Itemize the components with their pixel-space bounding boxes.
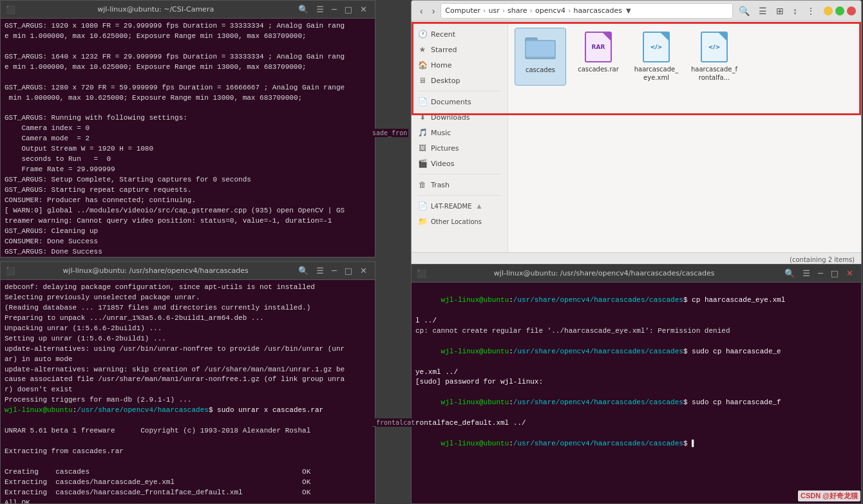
sidebar-label-desktop: Desktop xyxy=(431,77,460,85)
breadcrumb-opencv4[interactable]: opencv4 xyxy=(535,6,565,15)
term-line: wjl-linux@ubuntu:/usr/share/opencv4/haar… xyxy=(415,387,857,418)
terminal-br-body: wjl-linux@ubuntu:/usr/share/opencv4/haar… xyxy=(412,283,861,503)
terminal-icon: ⬛ xyxy=(6,266,15,275)
breadcrumb-dropdown-icon[interactable]: ▼ xyxy=(626,7,631,14)
csdn-watermark: CSDN @好奇龙猫 xyxy=(798,490,860,501)
terminal-top-left[interactable]: ⬛ wjl-linux@ubuntu: ~/CSI-Camera 🔍 ☰ ─ □… xyxy=(0,0,375,257)
breadcrumb-share[interactable]: share xyxy=(507,6,527,15)
back-button[interactable]: ‹ xyxy=(417,5,426,17)
breadcrumb-computer[interactable]: Computer xyxy=(445,6,480,15)
sidebar-divider xyxy=(418,91,501,91)
terminal-tl-titlebar: ⬛ wjl-linux@ubuntu: ~/CSI-Camera 🔍 ☰ ─ □… xyxy=(1,1,375,19)
view-options-button[interactable]: ⊞ xyxy=(773,5,787,17)
pictures-icon: 🖼 xyxy=(418,144,427,153)
sidebar-label-home: Home xyxy=(431,61,451,70)
menu-icon[interactable]: ☰ xyxy=(314,265,327,277)
sidebar-divider xyxy=(418,174,501,174)
file-manager: ‹ › Computer › usr › share › opencv4 › h… xyxy=(411,0,862,267)
file-name-frontal-xml: haarcascade_frontalfa... xyxy=(691,65,737,82)
term-line: rontalface_default.xml ../ xyxy=(415,418,857,429)
minimize-icon[interactable]: ─ xyxy=(329,265,339,277)
forward-button[interactable]: › xyxy=(429,5,439,17)
terminal-tl-title: wjl-linux@ubuntu: ~/CSI-Camera xyxy=(15,5,296,14)
close-icon[interactable]: ✕ xyxy=(357,265,370,277)
terminal-bl-title: wjl-linux@ubuntu: /usr/share/opencv4/haa… xyxy=(15,266,296,275)
search-icon[interactable]: 🔍 xyxy=(782,267,797,279)
file-item-cascades[interactable]: cascades xyxy=(515,28,566,86)
sidebar-item-music[interactable]: 🎵 Music xyxy=(412,125,507,140)
downloads-icon: ⬇ xyxy=(418,113,427,122)
file-item-eye-xml[interactable]: </> haarcascade_eye.xml xyxy=(631,28,682,86)
maximize-icon[interactable]: □ xyxy=(342,3,355,15)
view-list-button[interactable]: ☰ xyxy=(755,5,770,17)
term-line: CONSUMER: Producer has connected; contin… xyxy=(5,196,371,206)
search-button[interactable]: 🔍 xyxy=(735,5,753,17)
term-line: Output Stream W = 1920 H = 1080 xyxy=(5,144,371,154)
file-item-frontal-xml[interactable]: </> haarcascade_frontalfa... xyxy=(688,28,740,86)
term-line: UNRAR 5.61 beta 1 freeware Copyright (c)… xyxy=(5,426,371,436)
terminal-br-titlebar: ⬛ wjl-linux@ubuntu: /usr/share/opencv4/h… xyxy=(412,265,861,283)
sidebar-label-downloads: Downloads xyxy=(431,113,469,122)
term-line: GST_ARGUS: Running with following settin… xyxy=(5,113,371,124)
close-button[interactable] xyxy=(847,6,856,15)
term-line: wjl-linux@ubuntu:/usr/share/opencv4/haar… xyxy=(415,337,857,368)
terminal-bottom-left[interactable]: ⬛ wjl-linux@ubuntu: /usr/share/opencv4/h… xyxy=(0,261,375,504)
minimize-icon[interactable]: ─ xyxy=(815,267,826,279)
close-icon[interactable]: ✕ xyxy=(357,3,370,15)
term-line: e min 1.000000, max 10.625000; Exposure … xyxy=(5,62,371,73)
term-line: Unpacking unrar (1:5.6.6-2build1) ... xyxy=(5,324,371,334)
term-line: CONSUMER: Done Success xyxy=(5,237,371,247)
term-line: ye.xml ../ xyxy=(415,368,857,378)
minimize-icon[interactable]: ─ xyxy=(329,3,339,15)
term-line xyxy=(5,73,371,83)
file-item-cascades-rar[interactable]: RAR cascades.rar xyxy=(573,28,624,86)
sidebar-item-starred[interactable]: ★ Starred xyxy=(412,42,507,57)
rar-icon: RAR xyxy=(583,32,614,62)
close-icon[interactable]: ✕ xyxy=(844,267,856,279)
menu-icon[interactable]: ☰ xyxy=(800,267,813,279)
sidebar-item-l4t[interactable]: 📄 L4T-README ▲ xyxy=(412,198,507,214)
menu-button[interactable]: ⋮ xyxy=(803,5,819,17)
terminal-tl-body: GST_ARGUS: 1920 x 1080 FR = 29.999999 fp… xyxy=(1,19,375,257)
sidebar-item-trash[interactable]: 🗑 Trash xyxy=(412,177,507,192)
sidebar-item-downloads[interactable]: ⬇ Downloads xyxy=(412,109,507,125)
maximize-icon[interactable]: □ xyxy=(828,267,841,279)
xml-icon: </> xyxy=(641,32,672,62)
recent-icon: 🕐 xyxy=(418,30,427,39)
sidebar-item-videos[interactable]: 🎬 Videos xyxy=(412,156,507,171)
term-line: Extracting cascades/haarcascade_eye.xml … xyxy=(5,478,371,488)
starred-icon: ★ xyxy=(418,45,427,54)
menu-icon[interactable]: ☰ xyxy=(314,3,327,15)
term-line: GST_ARGUS: Done Success xyxy=(5,247,371,257)
sidebar-label-starred: Starred xyxy=(431,46,457,54)
maximize-button[interactable] xyxy=(835,6,844,15)
terminal-icon: ⬛ xyxy=(417,269,426,278)
term-line: GST_ARGUS: 1280 x 720 FR = 59.999999 fps… xyxy=(5,83,371,93)
music-icon: 🎵 xyxy=(418,128,427,137)
terminal-bottom-right[interactable]: ⬛ wjl-linux@ubuntu: /usr/share/opencv4/h… xyxy=(411,264,862,504)
breadcrumb: Computer › usr › share › opencv4 › haarc… xyxy=(441,3,733,19)
sidebar-item-home[interactable]: 🏠 Home xyxy=(412,57,507,73)
trash-icon: 🗑 xyxy=(418,180,427,189)
sidebar-label-videos: Videos xyxy=(431,160,455,168)
search-icon[interactable]: 🔍 xyxy=(296,3,311,15)
sidebar-item-other[interactable]: 📁 Other Locations xyxy=(412,214,507,229)
terminal-bl-body: debconf: delaying package configuration,… xyxy=(1,280,375,503)
term-line: Creating cascades OK xyxy=(5,467,371,478)
terminal-br-title: wjl-linux@ubuntu: /usr/share/opencv4/haa… xyxy=(426,269,782,277)
sidebar-label-recent: Recent xyxy=(431,30,455,39)
sidebar-item-desktop[interactable]: 🖥 Desktop xyxy=(412,73,507,88)
breadcrumb-haarcascades[interactable]: haarcascades xyxy=(573,6,622,15)
sidebar-item-recent[interactable]: 🕐 Recent xyxy=(412,26,507,42)
term-line: (Reading database ... 171857 files and d… xyxy=(5,303,371,313)
terminal-br-controls: 🔍 ☰ ─ □ ✕ xyxy=(782,267,856,279)
term-line: Extracting cascades/haarcascade_frontalf… xyxy=(5,488,371,498)
minimize-button[interactable] xyxy=(824,6,833,15)
sort-button[interactable]: ↕ xyxy=(790,5,801,17)
breadcrumb-usr[interactable]: usr xyxy=(488,6,499,15)
search-icon[interactable]: 🔍 xyxy=(296,265,311,277)
sidebar-item-pictures[interactable]: 🖼 Pictures xyxy=(412,140,507,156)
maximize-icon[interactable]: □ xyxy=(342,265,355,277)
desktop-icon: 🖥 xyxy=(418,76,427,85)
sidebar-item-documents[interactable]: 📄 Documents xyxy=(412,94,507,109)
